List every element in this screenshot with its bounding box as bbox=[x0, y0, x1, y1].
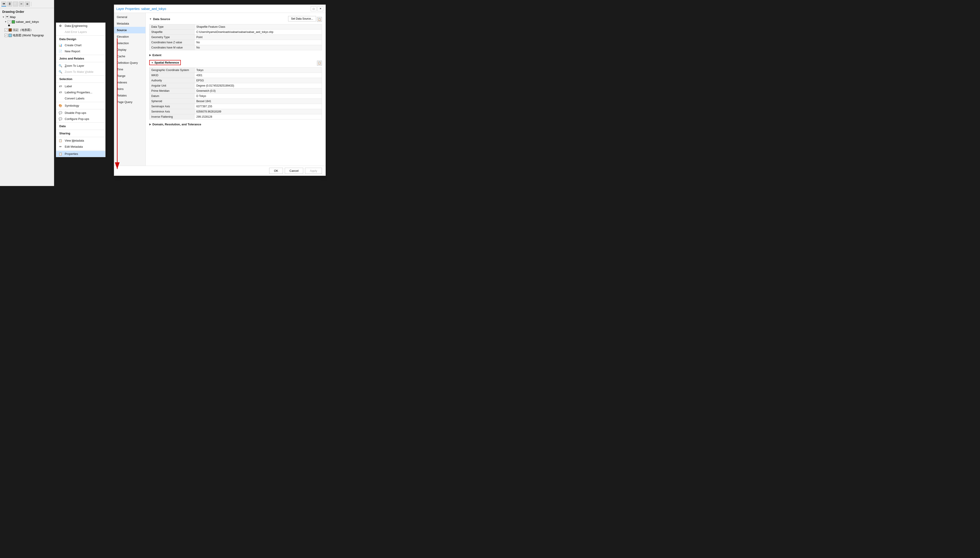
nav-item-time[interactable]: Time bbox=[114, 66, 146, 72]
layer2-label: 注記（地形図） bbox=[13, 28, 33, 32]
menu-label-data: Data bbox=[59, 125, 66, 128]
dialog-body: General Metadata Source Elevation Select… bbox=[114, 13, 326, 166]
dialog-close-btn[interactable]: ✕ bbox=[318, 6, 323, 11]
cell-label: Angular Unit bbox=[149, 83, 195, 89]
zoom-visible-icon: 🔍 bbox=[58, 70, 62, 74]
add-error-icon bbox=[58, 30, 62, 34]
nav-item-selection[interactable]: Selection bbox=[114, 40, 146, 46]
cell-value: Bessel 1841 bbox=[195, 99, 322, 104]
properties-icon: 📋 bbox=[58, 152, 62, 156]
menu-item-labeling-props[interactable]: 🏷 Labeling Properties... bbox=[56, 89, 105, 95]
menu-item-view-metadata[interactable]: 📋 View Metadata bbox=[56, 138, 105, 144]
panel-title: Drawing Order bbox=[0, 8, 54, 15]
extent-section: ▶ Extent bbox=[149, 53, 322, 57]
menu-item-symbology[interactable]: 🎨 Symbology bbox=[56, 103, 105, 109]
cell-label: Inverse Flattening bbox=[149, 114, 195, 120]
spatial-ref-section: ▼ Spatial Reference 📋 Geographic Coordin… bbox=[149, 60, 322, 120]
domain-toggle[interactable]: ▶ bbox=[149, 123, 151, 126]
menu-item-convert-labels[interactable]: Convert Labels bbox=[56, 95, 105, 102]
toolbar-icon-edit[interactable]: ✏ bbox=[19, 2, 24, 7]
ok-btn[interactable]: OK bbox=[269, 168, 283, 174]
menu-item-new-report[interactable]: 📄 New Report bbox=[56, 48, 105, 54]
nav-item-cache[interactable]: Cache bbox=[114, 53, 146, 59]
nav-item-indexes[interactable]: Indexes bbox=[114, 79, 146, 86]
menu-item-label[interactable]: 🏷 Label bbox=[56, 83, 105, 89]
spatial-ref-toggle[interactable]: ▼ bbox=[151, 61, 154, 64]
data-source-toggle[interactable]: ▼ bbox=[149, 18, 152, 20]
data-source-header: ▼ Data Source bbox=[149, 17, 170, 21]
table-row: Semiminor Axis6356078.962818189 bbox=[149, 109, 322, 114]
nav-item-elevation[interactable]: Elevation bbox=[114, 33, 146, 40]
cell-label: Semiminor Axis bbox=[149, 109, 195, 114]
checkbox-layer3[interactable]: ✓ bbox=[5, 34, 8, 37]
extent-toggle[interactable]: ▶ bbox=[149, 54, 151, 57]
cell-value: EPSG bbox=[195, 78, 322, 83]
menu-item-create-chart[interactable]: 📊 Create Chart bbox=[56, 42, 105, 48]
nav-item-page-query[interactable]: Page Query bbox=[114, 99, 146, 105]
checkbox-layer1[interactable]: ✓ bbox=[8, 20, 11, 23]
menu-item-data-engineering[interactable]: ⚙ Data Engineering bbox=[56, 23, 105, 29]
extent-label: Extent bbox=[152, 53, 161, 57]
cell-value: C:\Users\hyama\Downloads\sabae\sabae\sab… bbox=[195, 30, 322, 35]
cell-value: Greenwich (0.0) bbox=[195, 89, 322, 94]
menu-label-new-report: New Report bbox=[65, 49, 80, 53]
checkbox-layer2[interactable]: ✓ bbox=[5, 28, 8, 31]
toolbar-row: 🗺 🗄 ⬜ ✏ ⊞ bbox=[0, 0, 54, 8]
toolbar-icon-grid[interactable]: ⊞ bbox=[25, 2, 30, 7]
configure-popups-icon: 💬 bbox=[58, 117, 62, 121]
cancel-btn[interactable]: Cancel bbox=[285, 168, 303, 174]
nav-item-joins[interactable]: Joins bbox=[114, 86, 146, 92]
spatial-ref-label: Spatial Reference bbox=[154, 61, 179, 64]
menu-section-sharing: Sharing bbox=[56, 130, 105, 136]
labeling-icon: 🏷 bbox=[58, 90, 62, 94]
menu-item-configure-popups[interactable]: 💬 Configure Pop-ups bbox=[56, 116, 105, 122]
cell-label: Coordinates have Z value bbox=[149, 40, 195, 45]
menu-item-properties[interactable]: 📋 Properties bbox=[56, 151, 105, 157]
menu-label-data-design: Data Design bbox=[59, 38, 76, 41]
menu-label-disable-popups: Disable Pop-ups bbox=[65, 111, 86, 115]
tree-item-layer2[interactable]: ✓ 注記（地形図） bbox=[0, 27, 54, 33]
tree-item-map[interactable]: ▼ 🗺 Map bbox=[0, 15, 54, 20]
menu-item-zoom-layer[interactable]: 🔍 Zoom To Layer bbox=[56, 63, 105, 69]
nav-item-metadata[interactable]: Metadata bbox=[114, 20, 146, 27]
domain-section: ▶ Domain, Resolution, and Tolerance bbox=[149, 123, 322, 126]
table-row: Geographic Coordinate SystemTokyo bbox=[149, 67, 322, 73]
dialog-maximize-btn[interactable]: □ bbox=[311, 6, 316, 11]
menu-item-edit-metadata[interactable]: ✏ Edit Metadata bbox=[56, 144, 105, 150]
table-row: Coordinates have M valueNo bbox=[149, 45, 322, 50]
dialog-footer: OK Cancel Apply bbox=[114, 166, 326, 176]
apply-btn[interactable]: Apply bbox=[305, 168, 322, 174]
zoom-layer-icon: 🔍 bbox=[58, 64, 62, 68]
table-row: DatumD Tokyo bbox=[149, 94, 322, 99]
cell-label: Shapefile bbox=[149, 30, 195, 35]
cell-label: Geometry Type bbox=[149, 35, 195, 40]
cell-label: Data Type bbox=[149, 25, 195, 30]
tree-arrow-map: ▼ bbox=[2, 16, 5, 18]
nav-item-definition-query[interactable]: Definition Query bbox=[114, 59, 146, 66]
table-row: AuthorityEPSG bbox=[149, 78, 322, 83]
menu-label-labeling-props: Labeling Properties... bbox=[65, 90, 92, 94]
create-chart-icon: 📊 bbox=[58, 43, 62, 48]
cell-label: Semimajor Axis bbox=[149, 104, 195, 109]
toolbar-icon-map[interactable]: 🗺 bbox=[2, 2, 6, 7]
tree-item-layer3[interactable]: ✓ 地形図 (World Topograp bbox=[0, 33, 54, 38]
datasource-icon-btn[interactable]: 📋 bbox=[317, 17, 322, 22]
nav-item-relates[interactable]: Relates bbox=[114, 92, 146, 99]
layer1-icon bbox=[12, 20, 15, 23]
toolbar-icon-layer[interactable]: ⬜ bbox=[13, 2, 18, 7]
menu-label-sharing: Sharing bbox=[59, 132, 70, 135]
data-engineering-icon: ⚙ bbox=[58, 24, 62, 28]
set-datasource-btn[interactable]: Set Data Source... bbox=[288, 16, 316, 21]
nav-item-display[interactable]: Display bbox=[114, 46, 146, 53]
menu-label-data-engineering: Data Engineering bbox=[65, 24, 87, 28]
toolbar-icon-db[interactable]: 🗄 bbox=[7, 2, 12, 7]
view-metadata-icon: 📋 bbox=[58, 139, 62, 143]
menu-item-disable-popups[interactable]: 💬 Disable Pop-ups bbox=[56, 110, 105, 116]
spatial-ref-icon-btn[interactable]: 📋 bbox=[317, 61, 322, 66]
nav-item-general[interactable]: General bbox=[114, 14, 146, 20]
nav-item-range[interactable]: Range bbox=[114, 72, 146, 79]
tree-item-layer1[interactable]: ▼ ✓ sabae_aed_tokyo bbox=[0, 20, 54, 24]
nav-item-source[interactable]: Source bbox=[114, 27, 146, 33]
menu-label-convert-labels: Convert Labels bbox=[65, 97, 84, 100]
menu-label-create-chart: Create Chart bbox=[65, 44, 81, 47]
